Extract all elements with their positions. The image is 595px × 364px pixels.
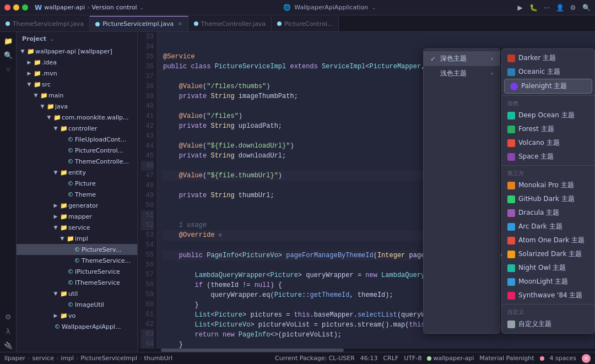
theme-color-icon <box>507 112 515 119</box>
tree-mapper[interactable]: ▶ 📁 mapper <box>17 211 137 222</box>
indent-spaces[interactable]: 4 spaces <box>550 355 577 362</box>
debug-button[interactable]: 🐛 <box>529 3 538 12</box>
cursor-position[interactable]: 46:13 <box>360 355 378 362</box>
theme-darker[interactable]: Darker 主题 <box>502 51 594 65</box>
theme-atom-one-dark[interactable]: Atom One Dark 主题 <box>502 233 594 247</box>
sidebar-header[interactable]: Project ⌄ <box>17 32 137 46</box>
folder-icon: 📁 <box>33 59 42 66</box>
tab-close-icon[interactable]: ✕ <box>177 21 182 27</box>
git-icon[interactable]: ⑂ <box>2 63 15 76</box>
tree-generator[interactable]: ▶ 📁 generator <box>17 200 137 211</box>
project-name[interactable]: W wallpaper-api › Version control ⌄ <box>35 4 144 12</box>
tree-fileupload[interactable]: © FileUploadCont... <box>17 134 137 145</box>
tree-picture-entity[interactable]: © Picture <box>17 178 137 189</box>
theme-color-icon <box>507 153 515 161</box>
tree-themeservice[interactable]: © ThemeService... <box>17 255 137 266</box>
tree-imageutil[interactable]: © ImageUtil <box>17 299 137 310</box>
theme-color-icon <box>507 251 515 258</box>
search-icon[interactable]: 🔍 <box>2 48 15 62</box>
breadcrumb-service[interactable]: service <box>33 355 54 362</box>
error-icon[interactable]: ✕ <box>582 354 591 363</box>
chevron-right-icon: ▶ <box>52 313 60 318</box>
more-button[interactable]: ⋯ <box>542 3 551 12</box>
encoding[interactable]: UTF-8 <box>404 355 421 362</box>
close-dot[interactable] <box>4 4 10 10</box>
branch-dot-icon <box>427 356 431 361</box>
tree-theme-entity[interactable]: © Theme <box>17 189 137 200</box>
breadcrumb-method[interactable]: thumbUrl <box>144 355 172 362</box>
theme-deep-ocean[interactable]: Deep Ocean 主题 <box>502 108 594 122</box>
horizontal-scrollbar[interactable] <box>138 349 595 352</box>
tab-themeserviceimpl[interactable]: ThemeServiceImpl.java <box>0 16 90 31</box>
tree-ipictureservice[interactable]: © IPictureService <box>17 266 137 277</box>
light-theme-item[interactable]: 浅色主题 › <box>424 66 500 81</box>
theme-monokai[interactable]: Monokai Pro 主题 <box>502 178 594 192</box>
tree-wallpaperapiapp[interactable]: © WallpaperApiAppl... <box>17 321 137 332</box>
tab-pictureserviceimpl[interactable]: PictureServiceImpl.java ✕ <box>90 16 188 31</box>
theme-name[interactable]: Material Palenight <box>479 355 534 362</box>
tab-themecontroller[interactable]: ThemeController.java <box>188 16 272 31</box>
theme-synthwave[interactable]: Synthwave '84 主题 <box>502 289 594 302</box>
tree-package[interactable]: ▼ 📁 com.moonkite.wallp... <box>17 112 137 123</box>
breadcrumb-impl[interactable]: impl <box>61 355 74 362</box>
status-bar: llpaper › service › impl › PictureServic… <box>0 352 595 364</box>
tree-src[interactable]: ▼ 📁 src <box>17 79 137 90</box>
editor-area[interactable]: 33 34 35 36 37 38 39 40 41 42 43 44 45 4… <box>138 32 595 352</box>
window-controls[interactable] <box>4 4 28 10</box>
theme-space[interactable]: Space 主题 <box>502 150 594 164</box>
tree-entity[interactable]: ▼ 📁 entity <box>17 167 137 178</box>
theme-picker-menu[interactable]: Darker 主题 Oceanic 主题 Palenight 主题 自然 Dee… <box>501 48 595 334</box>
theme-night-owl[interactable]: Night Owl 主题 <box>502 261 594 275</box>
tree-service[interactable]: ▼ 📁 service <box>17 222 137 233</box>
theme-github-dark[interactable]: GitHub Dark 主题 <box>502 192 594 206</box>
tree-themecontroller[interactable]: © ThemeControlle... <box>17 156 137 167</box>
maximize-dot[interactable] <box>22 4 28 10</box>
theme-color-icon <box>507 223 515 231</box>
theme-forest[interactable]: Forest 主题 <box>502 122 594 136</box>
breadcrumb-class[interactable]: PictureServiceImpl <box>81 355 137 362</box>
tree-mvn[interactable]: ▶ 📁 .mvn <box>17 68 137 79</box>
title-right[interactable]: ▶ 🐛 ⋯ 👤 ⚙ 🔍 <box>516 3 591 12</box>
git-branch[interactable]: wallpaper-api <box>427 355 474 362</box>
tree-vo[interactable]: ▶ 📁 vo <box>17 310 137 321</box>
theme-dracula[interactable]: Dracula 主题 <box>502 206 594 220</box>
user-button[interactable]: 👤 <box>555 3 564 12</box>
tree-ithemeservice[interactable]: © IThemeService <box>17 277 137 288</box>
tree-idea[interactable]: ▶ 📁 .idea <box>17 57 137 68</box>
settings-icon[interactable]: ⚙ <box>2 310 15 323</box>
minimize-dot[interactable] <box>13 4 19 10</box>
tree-pictureserv-active[interactable]: © PictureServ... <box>17 244 137 255</box>
tree-util[interactable]: ▼ 📁 util <box>17 288 137 299</box>
tree-root[interactable]: ▼ 📁 wallpaper-api [wallpaper] <box>17 46 137 57</box>
theme-moonlight[interactable]: MoonLight 主题 <box>502 275 594 289</box>
dark-theme-item[interactable]: ✓ 深色主题 › <box>424 51 500 66</box>
plugin-icon[interactable]: 🔌 <box>2 339 15 352</box>
theme-solarized-dark[interactable]: Solarized Dark 主题 <box>502 247 594 261</box>
chevron-right-icon: ▶ <box>25 59 33 65</box>
theme-color-icon <box>507 126 515 133</box>
java-file-icon: © <box>66 158 75 165</box>
line-ending[interactable]: CRLF <box>383 355 399 362</box>
run-button[interactable]: ▶ <box>516 3 524 12</box>
terminal-icon[interactable]: λ <box>2 324 15 338</box>
theme-arc-dark[interactable]: Arc Dark 主题 <box>502 220 594 233</box>
breadcrumb-llpaper[interactable]: llpaper <box>4 355 25 362</box>
search-button[interactable]: 🔍 <box>582 3 591 12</box>
chevron-right-icon: ▶ <box>52 214 60 219</box>
tree-controller[interactable]: ▼ 📁 controller <box>17 123 137 134</box>
tab-picturecontrol[interactable]: PictureControl... <box>272 16 339 31</box>
theme-palenight[interactable]: Palenight 主题 <box>504 79 592 94</box>
tree-picturecontrol[interactable]: © PictureControl... <box>17 145 137 156</box>
current-package[interactable]: Current Package: CL-USER <box>275 355 355 362</box>
tree-java[interactable]: ▼ 📁 java <box>17 101 137 112</box>
theme-oceanic[interactable]: Oceanic 主题 <box>502 65 594 79</box>
chevron-right-icon: › <box>491 70 493 77</box>
theme-divider <box>502 304 594 305</box>
theme-custom[interactable]: 自定义主题 <box>502 317 594 331</box>
theme-volcano[interactable]: Volcano 主题 <box>502 136 594 150</box>
settings-button[interactable]: ⚙ <box>569 3 577 12</box>
theme-submenu[interactable]: ✓ 深色主题 › 浅色主题 › <box>423 48 500 334</box>
folder-icon[interactable]: 📁 <box>2 34 15 47</box>
tree-impl[interactable]: ▼ 📁 impl <box>17 233 137 244</box>
tree-main[interactable]: ▼ 📁 main <box>17 90 137 101</box>
